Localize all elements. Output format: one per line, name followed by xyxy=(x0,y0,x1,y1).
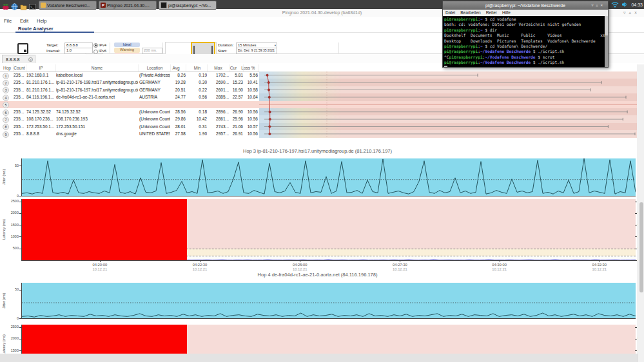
row-latency-gradient xyxy=(259,71,637,79)
svg-text:>_: >_ xyxy=(30,5,34,8)
table-row-hop-1[interactable]: 1235...192.168.0.1kabelbox.local(Private… xyxy=(0,71,637,79)
menu-item-reiter[interactable]: Reiter xyxy=(486,10,497,16)
terminal-titlebar[interactable]: pi@raspberrypi: ~/Vodafone Beschwerde ▿▵… xyxy=(443,1,608,10)
charts-area: Hop 3 ip-81-210-176-197.hsi17.unitymedia… xyxy=(0,138,644,362)
cell-location: (Private Address) xyxy=(139,71,170,79)
hop-number-badge: 5 xyxy=(3,102,9,108)
ipv4-radio[interactable] xyxy=(93,43,98,48)
taskbar-window-terminal[interactable]: pi@raspberrypi: ~/Vo... xyxy=(159,1,217,10)
jitter-chart[interactable] xyxy=(21,158,636,196)
cell-location: (Unknown Country?) xyxy=(139,115,170,122)
cell-min: 0.56 xyxy=(188,93,207,100)
x-tick-mark xyxy=(600,260,600,262)
volume-icon[interactable] xyxy=(621,0,629,10)
cell-location: AUSTRIA xyxy=(139,93,170,100)
tab-close-icon[interactable]: × xyxy=(28,57,33,62)
visualisation-icon[interactable] xyxy=(17,43,28,54)
table-row-hop-9[interactable]: 9235...8.8.8.8dns.googleUNITED STATES27.… xyxy=(0,130,637,137)
table-row-hop-6[interactable]: 6235...74.125.32.5274.125.32.52(Unknown … xyxy=(0,108,637,115)
column-header-name[interactable]: Name xyxy=(56,64,139,71)
viewport-handle-left[interactable] xyxy=(193,46,195,55)
tab-route-analyser[interactable]: Route Analyser xyxy=(18,26,54,32)
x-axis-time: 04:22:30 xyxy=(186,263,214,267)
terminal-launcher-icon[interactable]: >_ xyxy=(29,1,36,8)
scrollbar-thumb[interactable] xyxy=(639,202,643,292)
desktop: >_ Vodafone Beschwerd...PPingnoo 2021.04… xyxy=(0,0,644,362)
cell-count: 235... xyxy=(14,79,26,86)
column-header-avg[interactable]: Avg xyxy=(166,64,186,71)
close-icon[interactable]: × xyxy=(634,10,640,15)
x-axis-time: 04:20:00 xyxy=(86,263,114,267)
cell-count: 235... xyxy=(14,108,26,115)
row-latency-gradient xyxy=(259,115,637,122)
tick-mark xyxy=(19,196,21,196)
table-row-hop-4[interactable]: 4235...84.116.196.1...de-fra04d-rc1-ae-2… xyxy=(0,93,637,100)
x-axis-date: 10.12.21 xyxy=(186,267,214,271)
warning-latency-button[interactable]: Warning xyxy=(114,48,140,53)
menu-item-bearbeiten[interactable]: Bearbeiten xyxy=(460,10,480,16)
table-row-hop-3[interactable]: 3235...81.210.176.1...ip-81-210-176-197.… xyxy=(0,86,637,93)
tab-target-label: 8.8.8.8 xyxy=(6,57,19,62)
cell-ip: 172.253.50.1... xyxy=(26,123,55,130)
terminal-content[interactable]: pi@raspberrypi:~ $ cd vodafonebash: cd: … xyxy=(443,16,608,67)
table-row-hop-5[interactable]: 5 xyxy=(0,101,637,108)
pingnoo-icon: P xyxy=(101,3,106,8)
maximize-icon[interactable]: ▵ xyxy=(629,10,634,15)
clock[interactable]: 04:33 xyxy=(631,3,643,7)
column-header-count[interactable]: Count xyxy=(13,64,26,71)
menu-item-hilfe[interactable]: Hilfe xyxy=(502,10,511,16)
tick-mark xyxy=(19,290,21,291)
jitter-chart[interactable] xyxy=(21,283,636,319)
ipv4-label: IPv4 xyxy=(99,43,106,47)
cell-avg: 24.77 xyxy=(166,93,186,100)
terminal-menu-bar: DateiBearbeitenReiterHilfe xyxy=(443,10,608,16)
menu-item-file[interactable]: File xyxy=(4,18,12,26)
menu-item-help[interactable]: Help xyxy=(37,18,46,26)
viewport-handle-right[interactable] xyxy=(211,46,213,55)
cell-min: 0.31 xyxy=(188,123,207,130)
hop-table: 1235...192.168.0.1kabelbox.local(Private… xyxy=(0,71,637,138)
ipv6-radio[interactable] xyxy=(93,50,98,54)
column-header-min[interactable]: Min xyxy=(188,64,208,71)
table-row-hop-7[interactable]: 7235...108.170.236...108.170.236.193(Unk… xyxy=(0,115,637,122)
target-label: Target: xyxy=(46,43,58,48)
tick-mark xyxy=(19,236,21,237)
menu-item-edit[interactable]: Edit xyxy=(20,18,28,26)
terminal-scrollbar[interactable] xyxy=(605,16,608,67)
row-latency-gradient xyxy=(259,130,637,137)
cell-name: dns.google xyxy=(56,130,138,137)
cell-avg: 27.58 xyxy=(166,130,186,137)
x-tick-mark xyxy=(200,260,200,262)
column-header-hop[interactable]: Hop xyxy=(1,64,14,71)
close-icon[interactable]: × xyxy=(600,3,605,7)
x-tick-mark xyxy=(100,260,101,262)
latency-chart[interactable] xyxy=(21,199,636,261)
table-row-hop-2[interactable]: 2235...81.210.176.1...ip-81-210-176-198.… xyxy=(0,79,637,86)
file-manager-icon[interactable] xyxy=(20,1,27,8)
tick-mark xyxy=(635,225,637,225)
cell-count: 235... xyxy=(14,130,26,137)
column-header-ip[interactable]: IP xyxy=(26,64,56,71)
browser-icon[interactable] xyxy=(11,1,18,8)
row-latency-gradient xyxy=(259,79,637,86)
wifi-icon[interactable] xyxy=(611,0,619,10)
column-header-loss-[interactable]: Loss % xyxy=(239,64,259,71)
raspberry-menu-icon[interactable] xyxy=(2,1,9,8)
hop-number-badge: 6 xyxy=(3,110,9,116)
cell-name: de-fra04d-rc1-ae-21-0.aorta.net xyxy=(56,93,138,100)
vertical-scrollbar[interactable] xyxy=(638,64,644,362)
taskbar-window-pingnoo[interactable]: PPingnoo 2021.04.30-... xyxy=(99,1,157,10)
tab-target[interactable]: 8.8.8.8 × xyxy=(2,55,35,63)
cell-ip: 192.168.0.1 xyxy=(26,71,55,79)
taskbar-window-label: Vodafone Beschwerd... xyxy=(47,2,90,9)
table-row-hop-8[interactable]: 8235...172.253.50.1...172.253.50.151(Unk… xyxy=(0,123,637,130)
terminal-window-controls[interactable]: ▿▵× xyxy=(591,1,605,10)
terminal-scrollbar-thumb[interactable] xyxy=(605,16,608,35)
cell-loss: 10.56 xyxy=(239,108,258,115)
menu-item-datei[interactable]: Datei xyxy=(445,10,455,16)
taskbar-window-folder[interactable]: Vodafone Beschwerd... xyxy=(39,1,97,10)
terminal-title: pi@raspberrypi: ~/Vodafone Beschwerde xyxy=(485,3,565,8)
window-controls[interactable]: ▿▵× xyxy=(623,10,640,15)
x-axis-time: 04:32:30 xyxy=(585,263,614,267)
ideal-latency-button[interactable]: Ideal xyxy=(114,43,140,48)
